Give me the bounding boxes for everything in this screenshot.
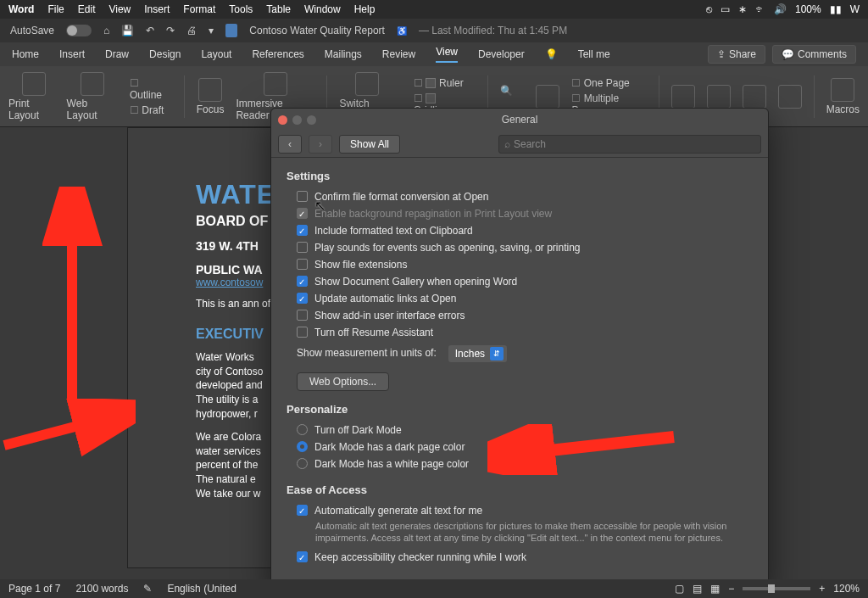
volume-icon[interactable]: 🔊 <box>774 3 787 15</box>
tab-insert[interactable]: Insert <box>59 48 85 60</box>
tellme[interactable]: Tell me <box>578 48 610 60</box>
opt-confirm: Confirm file format conversion at Open <box>297 189 753 204</box>
view-mode-1-icon[interactable]: ▢ <box>675 583 684 595</box>
more-icon[interactable]: ▾ <box>209 25 214 36</box>
tab-draw[interactable]: Draw <box>105 48 129 60</box>
status-bar: Page 1 of 7 2100 words ✎ English (United… <box>0 579 868 598</box>
menu-tools[interactable]: Tools <box>229 3 253 15</box>
focus-icon[interactable] <box>198 78 222 102</box>
redo-icon[interactable]: ↷ <box>166 25 175 36</box>
modified-label: — Last Modified: Thu at 1:45 PM <box>419 25 567 36</box>
view-mode-2-icon[interactable]: ▤ <box>693 583 702 595</box>
menu-window[interactable]: Window <box>304 3 341 15</box>
web-options-button[interactable]: Web Options... <box>297 372 389 391</box>
maximize-icon[interactable] <box>307 115 316 125</box>
menu-edit[interactable]: Edit <box>78 3 96 15</box>
switch-mode-icon[interactable] <box>355 72 379 96</box>
annotation-arrow-right-1 <box>0 399 136 458</box>
annotation-arrow-up <box>42 187 110 407</box>
ruler-check: Ruler <box>414 77 476 89</box>
home-icon[interactable]: ⌂ <box>103 25 109 36</box>
window-4-icon[interactable] <box>778 85 802 109</box>
zoom100-icon[interactable] <box>536 85 559 109</box>
sys-icon[interactable]: ⎋ <box>706 3 712 15</box>
page-indicator[interactable]: Page 1 of 7 <box>8 583 60 595</box>
word-count[interactable]: 2100 words <box>75 583 128 595</box>
zoom-slider[interactable] <box>743 587 810 590</box>
minimize-icon[interactable] <box>292 115 302 125</box>
save-icon[interactable]: 💾 <box>121 25 134 36</box>
menu-help[interactable]: Help <box>354 3 376 15</box>
zoom-in-icon[interactable]: + <box>819 583 825 595</box>
close-icon[interactable] <box>278 115 287 125</box>
tab-design[interactable]: Design <box>149 48 181 60</box>
tab-review[interactable]: Review <box>382 48 415 60</box>
comment-icon: 💬 <box>782 48 794 60</box>
zoom-out-icon[interactable]: − <box>728 583 734 595</box>
show-all-button[interactable]: Show All <box>339 135 400 154</box>
bluetooth-icon[interactable]: ∗ <box>738 3 747 15</box>
opt-alttext: Automatically generate alt text for me <box>297 503 753 518</box>
menu-file[interactable]: File <box>47 3 64 15</box>
battery-icon[interactable]: ▮▮ <box>830 3 842 15</box>
opt-links: Update automatic links at Open <box>297 291 753 306</box>
settings-heading: Settings <box>287 170 753 182</box>
forward-button[interactable]: › <box>309 135 332 154</box>
radio-dm-off: Turn off Dark Mode <box>297 422 753 438</box>
svg-line-1 <box>4 414 123 445</box>
ease-heading: Ease of Access <box>287 483 753 496</box>
draft-button[interactable]: Draft <box>130 104 172 116</box>
spellcheck-icon[interactable]: ✎ <box>143 583 152 595</box>
chevron-updown-icon: ⇵ <box>490 347 504 360</box>
view-mode-3-icon[interactable]: ▦ <box>710 583 720 595</box>
menu-view[interactable]: View <box>108 3 131 15</box>
zoom-value[interactable]: 120% <box>833 583 860 595</box>
lightbulb-icon: 💡 <box>545 48 558 60</box>
radio-dm-dark: Dark Mode has a dark page color <box>297 439 753 455</box>
print-layout-icon[interactable] <box>22 72 46 96</box>
menu-format[interactable]: Format <box>183 3 215 15</box>
share-button[interactable]: ⇪Share <box>708 45 765 64</box>
print-icon[interactable]: 🖨 <box>186 25 197 36</box>
focus-label: Focus <box>197 103 225 115</box>
immersive-icon[interactable] <box>264 72 287 96</box>
undo-icon[interactable]: ↶ <box>146 25 154 36</box>
web-layout-icon[interactable] <box>81 72 104 96</box>
app-name[interactable]: Word <box>8 3 34 15</box>
language[interactable]: English (United <box>167 583 236 595</box>
opt-sounds: Play sounds for events such as opening, … <box>297 240 753 255</box>
search-input[interactable]: ⌕ Search <box>498 135 761 154</box>
battery-pct[interactable]: 100% <box>795 3 821 15</box>
display-icon[interactable]: ▭ <box>721 3 730 15</box>
accessibility-icon[interactable]: ♿ <box>397 26 407 36</box>
back-button[interactable]: ‹ <box>278 135 302 154</box>
share-icon: ⇪ <box>717 48 726 60</box>
units-select[interactable]: Inches⇵ <box>448 345 507 362</box>
comments-button[interactable]: 💬Comments <box>772 45 856 64</box>
opt-accessibility: Keep accessibility checker running while… <box>297 550 753 565</box>
tab-home[interactable]: Home <box>12 48 39 60</box>
units-row: Show measurement in units of: Inches⇵ <box>297 345 753 362</box>
wifi-icon[interactable]: ᯤ <box>755 3 765 15</box>
tab-mailings[interactable]: Mailings <box>325 48 362 60</box>
web-layout-label: Web Layout <box>67 98 118 121</box>
macros-icon[interactable] <box>831 78 854 102</box>
window-2-icon[interactable] <box>707 85 731 109</box>
tab-view[interactable]: View <box>436 46 458 63</box>
mac-menubar: Word File Edit View Insert Format Tools … <box>0 0 868 19</box>
tab-layout[interactable]: Layout <box>201 48 231 60</box>
outline-button[interactable]: Outline <box>130 77 172 101</box>
menubar-extra[interactable]: W <box>850 3 860 15</box>
opt-gallery: Show Document Gallery when opening Word <box>297 274 753 289</box>
one-page-button: One Page <box>571 77 646 89</box>
tab-developer[interactable]: Developer <box>478 48 525 60</box>
window-1-icon[interactable] <box>671 85 695 109</box>
tab-references[interactable]: References <box>252 48 303 60</box>
menu-insert[interactable]: Insert <box>144 3 170 15</box>
autosave-toggle[interactable] <box>66 25 92 36</box>
doc-title[interactable]: Contoso Water Quality Report <box>249 25 385 36</box>
units-label: Show measurement in units of: <box>297 345 437 360</box>
window-3-icon[interactable] <box>743 85 766 109</box>
menu-table[interactable]: Table <box>266 3 291 15</box>
zoom-icon[interactable]: 🔍 <box>500 85 524 109</box>
